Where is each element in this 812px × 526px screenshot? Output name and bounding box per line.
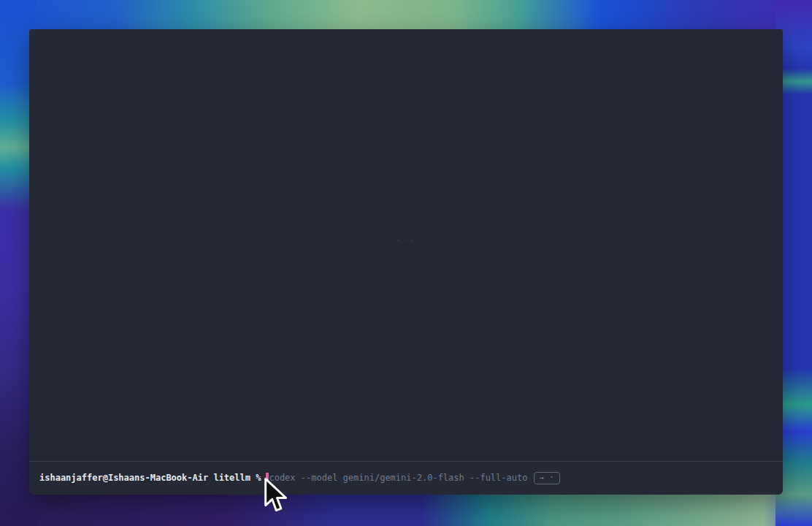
shell-prompt: ishaanjaffer@Ishaans-MacBook-Air litellm… <box>39 472 261 484</box>
terminal-window[interactable]: ··· ishaanjaffer@Ishaans-MacBook-Air lit… <box>29 29 783 495</box>
command-input-line[interactable]: ishaanjaffer@Ishaans-MacBook-Air litellm… <box>39 470 560 485</box>
terminal-loading-ellipsis: ··· <box>29 235 783 245</box>
autosuggestion-text: codex --model gemini/gemini-2.0-flash --… <box>269 472 527 484</box>
accept-suggestion-hint-badge: → · <box>534 472 559 484</box>
terminal-divider <box>29 461 783 462</box>
wallpaper-bottom-band <box>0 489 812 526</box>
mouse-pointer-icon <box>263 477 288 514</box>
